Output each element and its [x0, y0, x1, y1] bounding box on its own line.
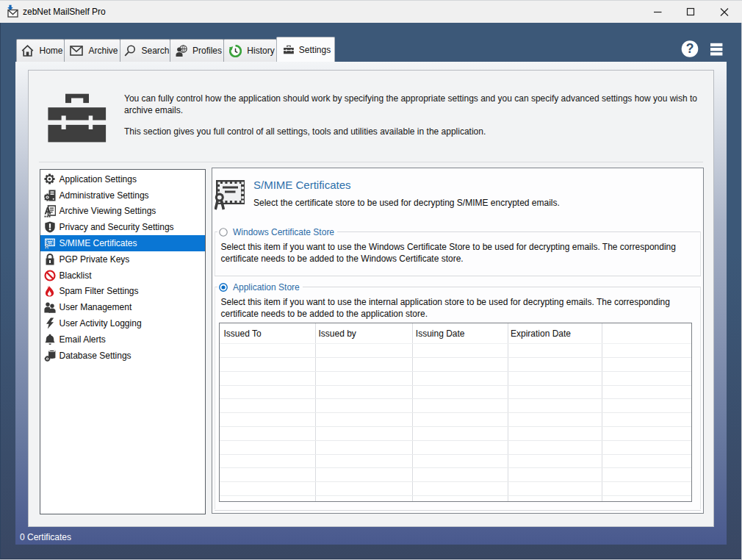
svg-text:?: ?: [686, 41, 694, 56]
